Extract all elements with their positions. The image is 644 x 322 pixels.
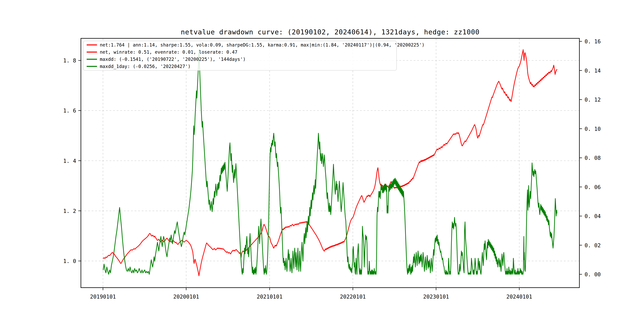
y-left-tick-label: 1. 4 (63, 158, 76, 164)
y-right-tick-label: 0. 08 (584, 155, 601, 161)
x-tick-label: 20200101 (173, 294, 199, 300)
y-right-tick-label: 0. 12 (584, 96, 601, 103)
y-left-tick-label: 1. 6 (63, 108, 76, 114)
y-left-tick-label: 1. 8 (63, 58, 76, 64)
legend-entry-label: net:1.764 | ann:1.14, sharpe:1.55, vola:… (100, 42, 424, 48)
y-right-tick-label: 0. 00 (584, 271, 601, 278)
netvalue-drawdown-chart: netvalue drawdown curve: (20190102, 2024… (0, 0, 644, 322)
y-right-tick-label: 0. 10 (584, 126, 601, 132)
y-left-tick-label: 1. 0 (63, 258, 76, 264)
y-right-tick-label: 0. 02 (584, 242, 601, 248)
x-tick-label: 20220101 (340, 294, 366, 300)
legend-entry-label: maxdd_1day: (-0.0256, '20220427') (100, 64, 190, 69)
x-tick-label: 20210101 (257, 294, 283, 300)
x-tick-label: 20230101 (423, 294, 449, 300)
chart-title: netvalue drawdown curve: (20190102, 2024… (181, 28, 480, 36)
y-right-tick-label: 0. 06 (584, 184, 601, 190)
legend-entry-label: maxdd: (-0.1541, ('20190722', '20200225'… (100, 57, 246, 62)
x-tick-label: 20190101 (90, 294, 116, 300)
figure-canvas: netvalue drawdown curve: (20190102, 2024… (0, 0, 644, 322)
y-right-tick-label: 0. 04 (584, 213, 601, 219)
y-right-tick-label: 0. 16 (584, 38, 601, 44)
legend: net:1.764 | ann:1.14, sharpe:1.55, vola:… (83, 41, 424, 70)
legend-entry-label: net, winrate: 0.51, evenrate: 0.01, lose… (100, 50, 237, 55)
y-left-tick-label: 1. 2 (63, 208, 76, 214)
x-tick-label: 20240101 (506, 294, 532, 300)
y-right-tick-label: 0. 14 (584, 68, 601, 74)
